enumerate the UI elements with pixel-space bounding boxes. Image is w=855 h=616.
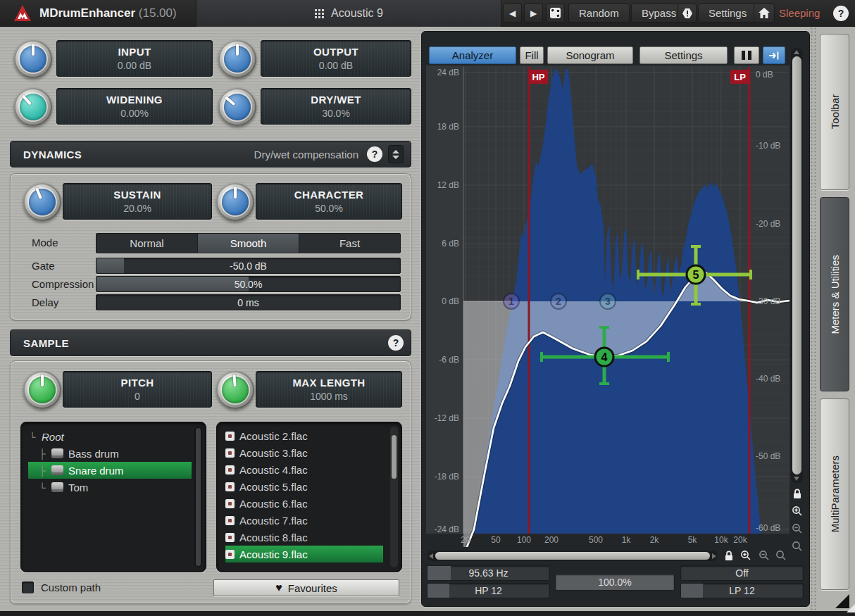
side-tab-meters-utilities[interactable]: Meters & Utilities bbox=[820, 197, 849, 391]
hp-frequency-value: 95.63 Hz bbox=[427, 566, 549, 580]
mode-option-fast[interactable]: Fast bbox=[299, 234, 400, 253]
help-button[interactable]: ? bbox=[833, 6, 849, 21]
scrollbar-thumb[interactable] bbox=[792, 56, 801, 474]
tree-item-root[interactable]: └ Root bbox=[28, 428, 192, 445]
widening-knob[interactable] bbox=[14, 88, 52, 126]
analyzer-vertical-scrollbar[interactable] bbox=[791, 48, 803, 483]
dynamics-help-button[interactable]: ? bbox=[367, 146, 382, 162]
hp-slope-bar[interactable]: HP 12 bbox=[427, 583, 550, 598]
compression-slider[interactable]: 50.0% bbox=[96, 276, 401, 292]
max-length-display[interactable]: MAX LENGTH 1000 ms bbox=[256, 371, 402, 408]
character-display[interactable]: CHARACTER 50.0% bbox=[256, 183, 402, 220]
drywet-compensation-label[interactable]: Dry/wet compensation bbox=[254, 149, 358, 161]
sample-help-button[interactable]: ? bbox=[388, 335, 404, 351]
tree-item-tom[interactable]: └ Tom bbox=[28, 479, 192, 496]
output-knob[interactable] bbox=[218, 40, 256, 78]
home-button[interactable] bbox=[754, 4, 775, 23]
svg-text:100: 100 bbox=[517, 535, 531, 545]
file-item-selected[interactable]: Acoustic 9.flac bbox=[225, 546, 383, 562]
widening-display[interactable]: WIDENING 0.00% bbox=[56, 88, 213, 125]
snap-button[interactable] bbox=[763, 46, 785, 64]
zoom-reset-icon bbox=[792, 541, 803, 552]
preset-selector[interactable]: Acoustic 9 bbox=[196, 0, 501, 27]
drywet-display[interactable]: DRY/WET 30.0% bbox=[261, 88, 411, 125]
custom-path-checkbox[interactable] bbox=[22, 582, 34, 593]
character-knob[interactable] bbox=[216, 183, 254, 221]
question-icon: ? bbox=[393, 337, 399, 348]
file-item[interactable]: Acoustic 3.flac bbox=[225, 444, 383, 461]
tab-analyzer[interactable]: Analyzer bbox=[429, 46, 516, 64]
input-knob[interactable] bbox=[14, 40, 52, 78]
tree-item-bass-drum[interactable]: ├ Bass drum bbox=[28, 445, 192, 462]
svg-text:12 dB: 12 dB bbox=[437, 180, 459, 190]
sleeping-status[interactable]: Sleeping bbox=[779, 7, 820, 19]
next-preset-button[interactable]: ▶ bbox=[524, 4, 543, 23]
max-length-knob[interactable] bbox=[216, 371, 254, 409]
file-item[interactable]: Acoustic 6.flac bbox=[225, 495, 383, 512]
alert-button[interactable] bbox=[678, 4, 697, 23]
freq-zoom-out-button[interactable] bbox=[757, 548, 771, 562]
freq-zoom-reset-button[interactable] bbox=[774, 548, 788, 562]
side-tab-multiparameters[interactable]: MultiParameters bbox=[820, 398, 849, 590]
analyzer-horizontal-scrollbar[interactable] bbox=[427, 551, 718, 561]
dynamics-collapse-button[interactable] bbox=[388, 145, 404, 163]
file-label: Acoustic 3.flac bbox=[239, 447, 308, 459]
tab-sonogram[interactable]: Sonogram bbox=[547, 46, 633, 64]
gate-slider[interactable]: -50.0 dB bbox=[96, 258, 401, 274]
tab-fill[interactable]: Fill bbox=[520, 46, 544, 64]
pause-icon bbox=[742, 51, 751, 60]
tree-connector: ├ bbox=[38, 465, 46, 476]
lp-slope-bar[interactable]: LP 12 bbox=[680, 583, 804, 598]
tree-item-snare-drum[interactable]: ├ Snare drum bbox=[28, 462, 192, 479]
file-list-scrollbar[interactable] bbox=[390, 427, 398, 567]
input-display[interactable]: INPUT 0.00 dB bbox=[56, 40, 213, 77]
file-item[interactable]: Acoustic 5.flac bbox=[225, 478, 383, 495]
file-item[interactable]: Acoustic 8.flac bbox=[225, 529, 383, 546]
pause-button[interactable] bbox=[734, 46, 759, 64]
svg-text:3: 3 bbox=[605, 296, 611, 307]
svg-text:20: 20 bbox=[461, 535, 470, 545]
mode-option-smooth[interactable]: Smooth bbox=[198, 234, 299, 253]
zoom-in-button[interactable] bbox=[790, 504, 804, 518]
sustain-label: SUSTAIN bbox=[113, 189, 161, 201]
svg-text:2: 2 bbox=[556, 296, 561, 307]
svg-text:LP: LP bbox=[734, 72, 746, 82]
svg-text:50: 50 bbox=[491, 535, 501, 545]
randomize-button[interactable] bbox=[546, 4, 565, 23]
svg-text:-50 dB: -50 dB bbox=[756, 451, 780, 461]
file-label: Acoustic 7.flac bbox=[239, 515, 308, 527]
favourites-button[interactable]: ♥ Favourites bbox=[213, 579, 399, 596]
svg-text:20k: 20k bbox=[733, 535, 747, 545]
lock-icon bbox=[724, 551, 734, 561]
drywet-knob[interactable] bbox=[218, 88, 256, 126]
delay-slider[interactable]: 0 ms bbox=[96, 294, 401, 310]
file-item[interactable]: Acoustic 4.flac bbox=[225, 461, 383, 478]
previous-preset-button[interactable]: ◀ bbox=[503, 4, 522, 23]
resize-corner-icon bbox=[847, 604, 855, 612]
alert-icon bbox=[682, 8, 693, 19]
file-item[interactable]: Acoustic 7.flac bbox=[225, 512, 383, 529]
pitch-knob[interactable] bbox=[23, 371, 61, 409]
sustain-display[interactable]: SUSTAIN 20.0% bbox=[63, 183, 212, 220]
lp-frequency-bar[interactable]: Off bbox=[680, 565, 804, 581]
zoom-out-button[interactable] bbox=[790, 522, 804, 536]
settings-button[interactable]: Settings bbox=[698, 4, 757, 23]
random-button[interactable]: Random bbox=[568, 4, 630, 23]
lock-button[interactable] bbox=[790, 486, 804, 501]
pitch-display[interactable]: PITCH 0 bbox=[63, 371, 212, 408]
sustain-knob[interactable] bbox=[23, 183, 61, 221]
mode-option-normal[interactable]: Normal bbox=[96, 234, 198, 253]
hp-frequency-bar[interactable]: 95.63 Hz bbox=[427, 565, 550, 581]
zoom-reset-button[interactable] bbox=[790, 539, 804, 553]
analyzer-display[interactable]: HPLP1234524 dB18 dB12 dB6 dB0 dB-6 dB-12… bbox=[426, 65, 790, 547]
freq-zoom-in-button[interactable] bbox=[739, 548, 753, 562]
scrollbar-thumb[interactable] bbox=[435, 552, 710, 560]
file-item[interactable]: Acoustic 2.flac bbox=[225, 427, 383, 444]
mix-bar[interactable]: 100.0% bbox=[555, 574, 675, 591]
tree-scrollbar[interactable] bbox=[194, 427, 202, 567]
output-label: OUTPUT bbox=[313, 46, 358, 58]
tab-settings[interactable]: Settings bbox=[639, 46, 728, 64]
side-tab-toolbar[interactable]: Toolbar bbox=[820, 34, 849, 190]
output-display[interactable]: OUTPUT 0.00 dB bbox=[261, 40, 411, 77]
freq-lock-button[interactable] bbox=[722, 548, 736, 562]
